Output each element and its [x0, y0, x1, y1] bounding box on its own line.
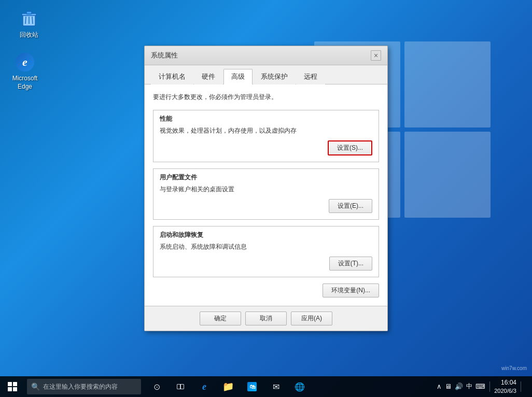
svg-rect-8: [8, 387, 12, 391]
taskbar-search-icon: 🔍: [31, 382, 40, 391]
startup-recovery-btn-row: 设置(T)...: [160, 257, 372, 271]
performance-desc: 视觉效果，处理器计划，内存使用，以及虚拟内存: [160, 126, 372, 135]
svg-rect-6: [8, 382, 12, 386]
tray-language[interactable]: 中: [466, 382, 472, 391]
taskbar-search-text: 在这里输入你要搜索的内容: [43, 382, 118, 391]
desktop: 回收站 e Microsoft Edge 系统属性 × 计算机名 硬件 高级 系…: [0, 0, 532, 397]
tray-volume-icon[interactable]: 🔊: [455, 382, 463, 390]
apply-button[interactable]: 应用(A): [291, 311, 332, 325]
tray-network-icon[interactable]: 🖥: [445, 382, 452, 390]
tray-icons: ∧ 🖥 🔊 中 ⌨: [437, 382, 485, 391]
taskbar-mail-button[interactable]: ✉: [264, 376, 287, 397]
tab-remote[interactable]: 远程: [296, 69, 325, 84]
task-view-icon: ⊙: [153, 382, 160, 392]
user-profiles-desc: 与登录账户相关的桌面设置: [160, 185, 372, 194]
start-button[interactable]: [0, 376, 25, 397]
taskbar-globe-button[interactable]: 🌐: [288, 376, 311, 397]
performance-section: 性能 视觉效果，处理器计划，内存使用，以及虚拟内存 设置(S)...: [153, 110, 379, 162]
dialog-titlebar: 系统属性 ×: [145, 46, 387, 65]
tab-system-protection[interactable]: 系统保护: [253, 69, 296, 84]
tab-advanced[interactable]: 高级: [223, 69, 253, 84]
system-properties-dialog: 系统属性 × 计算机名 硬件 高级 系统保护 远程 要进行大多数更改，你必须作为…: [144, 46, 388, 331]
user-profiles-label: 用户配置文件: [160, 173, 372, 182]
close-button[interactable]: ×: [371, 50, 381, 61]
tray-divider-2: [521, 381, 521, 392]
admin-notice: 要进行大多数更改，你必须作为管理员登录。: [153, 93, 379, 102]
env-variables-button[interactable]: 环境变量(N)...: [323, 283, 379, 297]
user-profiles-section: 用户配置文件 与登录账户相关的桌面设置 设置(E)...: [153, 168, 379, 220]
tray-chevron-icon[interactable]: ∧: [437, 382, 442, 390]
startup-recovery-label: 启动和故障恢复: [160, 231, 372, 239]
task-view-icon: [177, 384, 184, 389]
taskbar-mail-icon: ✉: [273, 382, 279, 392]
dialog-overlay: 系统属性 × 计算机名 硬件 高级 系统保护 远程 要进行大多数更改，你必须作为…: [0, 0, 532, 376]
dialog-footer: 确定 取消 应用(A): [145, 306, 387, 331]
taskbar-edge-icon: e: [202, 381, 206, 392]
tray-keyboard-icon[interactable]: ⌨: [475, 382, 485, 390]
tray-time: 16:04: [494, 379, 516, 387]
tab-computer-name[interactable]: 计算机名: [151, 69, 193, 84]
dialog-title: 系统属性: [151, 51, 178, 60]
tray-divider: [489, 381, 490, 392]
performance-label: 性能: [160, 115, 372, 123]
taskbar-explorer-button[interactable]: 📁: [217, 376, 240, 397]
taskbar-folder-icon: 📁: [222, 381, 234, 392]
taskbar-globe-icon: 🌐: [295, 382, 305, 392]
svg-rect-9: [13, 387, 17, 391]
taskbar-cortana-button[interactable]: ⊙: [145, 376, 168, 397]
tray-clock[interactable]: 16:04 2020/6/3: [494, 379, 516, 394]
cancel-button[interactable]: 取消: [245, 311, 287, 325]
tab-hardware[interactable]: 硬件: [194, 69, 223, 84]
user-profiles-settings-button[interactable]: 设置(E)...: [329, 199, 372, 213]
taskbar-apps: ⊙ e 📁 🛍: [145, 376, 311, 397]
performance-settings-button[interactable]: 设置(S)...: [328, 140, 372, 155]
tray-date: 2020/6/3: [494, 387, 516, 394]
ok-button[interactable]: 确定: [200, 311, 241, 325]
dialog-tabs: 计算机名 硬件 高级 系统保护 远程: [145, 65, 387, 84]
performance-btn-row: 设置(S)...: [160, 140, 372, 155]
svg-rect-7: [13, 382, 17, 386]
taskbar-tray: ∧ 🖥 🔊 中 ⌨ 16:04 2020/6/3: [437, 379, 532, 394]
taskbar-search[interactable]: 🔍 在这里输入你要搜索的内容: [27, 379, 141, 394]
startup-recovery-settings-button[interactable]: 设置(T)...: [329, 257, 372, 271]
windows-start-icon: [8, 382, 17, 391]
env-variables-row: 环境变量(N)...: [153, 283, 379, 297]
taskbar-task-view-button[interactable]: [169, 376, 192, 397]
taskbar-edge-button[interactable]: e: [193, 376, 216, 397]
dialog-content: 要进行大多数更改，你必须作为管理员登录。 性能 视觉效果，处理器计划，内存使用，…: [145, 84, 387, 306]
taskbar-store-icon: 🛍: [247, 382, 257, 391]
taskbar: 🔍 在这里输入你要搜索的内容 ⊙ e 📁: [0, 376, 532, 397]
taskbar-store-button[interactable]: 🛍: [241, 376, 263, 397]
startup-recovery-desc: 系统启动、系统故障和调试信息: [160, 243, 372, 251]
user-profiles-btn-row: 设置(E)...: [160, 199, 372, 213]
startup-recovery-section: 启动和故障恢复 系统启动、系统故障和调试信息 设置(T)...: [153, 226, 379, 277]
